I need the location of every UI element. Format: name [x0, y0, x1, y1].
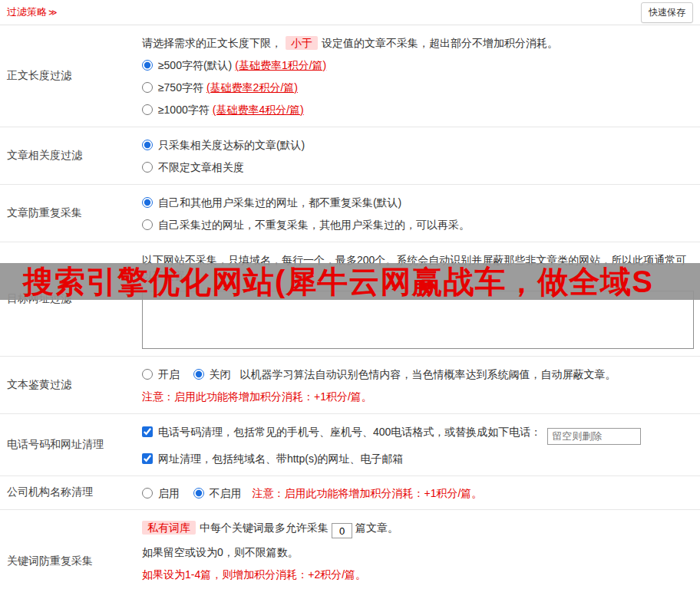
filter-strategy-title[interactable]: 过滤策略≫ — [7, 5, 58, 19]
section-label: 公司机构名称清理 — [0, 476, 136, 509]
section-content: 只采集相关度达标的文章(默认) 不限定文章相关度 — [136, 127, 700, 184]
option-label: 自己和其他用户采集过的网址，都不重复采集(默认) — [158, 196, 401, 209]
section-company-name-cleanup: 公司机构名称清理 启用 不启用 注意：启用此功能将增加积分消耗：+1积分/篇。 — [0, 476, 700, 510]
page-title: 过滤策略 — [7, 6, 47, 18]
company-cost-note: 注意：启用此功能将增加积分消耗：+1积分/篇。 — [252, 487, 482, 499]
section-dedup-collection: 文章防重复采集 自己和其他用户采集过的网址，都不重复采集(默认) 自己采集过的网… — [0, 185, 700, 242]
watermark-overlay: 搜索引擎优化网站(犀牛云网赢战车，做全域S — [0, 263, 700, 300]
section-label: 电话号码和网址清理 — [0, 414, 136, 475]
url-cleanup-option[interactable]: 网址清理，包括纯域名、带http(s)的网址、电子邮箱 — [142, 452, 404, 465]
porn-filter-description: 以机器学习算法自动识别色情内容，当色情概率达到系统阈值，自动屏蔽文章。 — [239, 368, 616, 380]
length-intro-text: 请选择需求的正文长度下限，小于设定值的文章不采集，超出部分不增加积分消耗。 — [142, 35, 694, 51]
chevron-double-icon: ≫ — [48, 8, 58, 17]
relevance-option-strict[interactable]: 只采集相关度达标的文章(默认) — [142, 137, 694, 153]
relevance-any-radio[interactable] — [142, 162, 153, 173]
keyword-limit-input[interactable] — [332, 523, 352, 538]
option-label: 网址清理，包括纯域名、带http(s)的网址、电子邮箱 — [158, 452, 404, 465]
porn-off-option[interactable]: 关闭 — [193, 368, 234, 380]
relevance-option-any[interactable]: 不限定文章相关度 — [142, 160, 694, 176]
limit-text-mid: 中每个关键词最多允许采集 — [200, 522, 329, 534]
dedup-option-global[interactable]: 自己和其他用户采集过的网址，都不重复采集(默认) — [142, 195, 694, 211]
section-porn-filter: 文本鉴黄过滤 开启 关闭 以机器学习算法自动识别色情内容，当色情概率达到系统阈值… — [0, 357, 700, 414]
intro-pre-text: 请选择需求的正文长度下限， — [142, 37, 282, 49]
option-label: 不启用 — [210, 487, 242, 499]
intro-post-text: 设定值的文章不采集，超出部分不增加积分消耗。 — [322, 37, 558, 49]
section-label: 正文长度过滤 — [0, 25, 136, 127]
dedup-global-radio[interactable] — [142, 197, 153, 208]
url-cleanup-line: 网址清理，包括纯域名、带http(s)的网址、电子邮箱 — [142, 451, 694, 467]
company-enable-option[interactable]: 启用 — [142, 487, 183, 499]
section-label: 文章防重复采集 — [0, 185, 136, 242]
section-relevance-filter: 文章相关度过滤 只采集相关度达标的文章(默认) 不限定文章相关度 — [0, 127, 700, 185]
porn-on-radio[interactable] — [142, 369, 153, 380]
section-body-length-filter: 正文长度过滤 请选择需求的正文长度下限，小于设定值的文章不采集，超出部分不增加积… — [0, 25, 700, 127]
option-label: 开启 — [158, 368, 180, 380]
keyword-limit-line: 私有词库中每个关键词最多允许采集篇文章。 — [142, 520, 694, 539]
porn-filter-controls: 开启 关闭 以机器学习算法自动识别色情内容，当色情概率达到系统阈值，自动屏蔽文章… — [142, 367, 694, 383]
section-label: 文本鉴黄过滤 — [0, 357, 136, 413]
watermark-text: 搜索引擎优化网站(犀牛云网赢战车，做全域S — [23, 263, 653, 300]
topbar: 过滤策略≫ 快速保存 — [0, 0, 700, 25]
dedup-option-self[interactable]: 自己采集过的网址，不重复采集，其他用户采集过的，可以再采。 — [142, 217, 694, 233]
section-phone-url-cleanup: 电话号码和网址清理 电话号码清理，包括常见的手机号、座机号、400电话格式，或替… — [0, 414, 700, 476]
section-content: 自己和其他用户采集过的网址，都不重复采集(默认) 自己采集过的网址，不重复采集，… — [136, 185, 700, 242]
quick-save-button[interactable]: 快速保存 — [641, 2, 693, 23]
length-option-500[interactable]: ≥500字符(默认)(基础费率1积分/篇) — [142, 58, 694, 74]
length-500-radio[interactable] — [142, 60, 153, 71]
phone-cleanup-line: 电话号码清理，包括常见的手机号、座机号、400电话格式，或替换成如下电话： — [142, 424, 694, 445]
option-label: 只采集相关度达标的文章(默认) — [158, 139, 305, 151]
url-cleanup-checkbox[interactable] — [142, 453, 153, 464]
phone-cleanup-checkbox[interactable] — [142, 426, 153, 437]
option-label: 自己采集过的网址，不重复采集，其他用户采集过的，可以再采。 — [158, 219, 470, 231]
company-enable-radio[interactable] — [142, 488, 153, 499]
section-keyword-dedup: 关键词防重复采集 私有词库中每个关键词最多允许采集篇文章。 如果留空或设为0，则… — [0, 510, 700, 589]
section-content: 私有词库中每个关键词最多允许采集篇文章。 如果留空或设为0，则不限篇数。 如果设… — [136, 510, 700, 589]
section-content: 请选择需求的正文长度下限，小于设定值的文章不采集，超出部分不增加积分消耗。 ≥5… — [136, 25, 700, 127]
length-750-radio[interactable] — [142, 82, 153, 93]
porn-cost-note: 注意：启用此功能将增加积分消耗：+1积分/篇。 — [142, 389, 694, 405]
porn-off-radio[interactable] — [193, 369, 204, 380]
company-cleanup-controls: 启用 不启用 注意：启用此功能将增加积分消耗：+1积分/篇。 — [142, 485, 694, 502]
keyword-note-zero: 如果留空或设为0，则不限篇数。 — [142, 545, 694, 561]
fee-note: (基础费率1积分/篇) — [235, 59, 326, 71]
option-label: ≥750字符 — [158, 81, 203, 94]
option-label: 电话号码清理，包括常见的手机号、座机号、400电话格式，或替换成如下电话： — [158, 426, 541, 438]
phone-cleanup-option[interactable]: 电话号码清理，包括常见的手机号、座机号、400电话格式，或替换成如下电话： — [142, 426, 544, 438]
replacement-phone-input[interactable] — [547, 428, 641, 445]
company-disable-radio[interactable] — [193, 488, 204, 499]
dedup-self-radio[interactable] — [142, 219, 153, 230]
option-label: ≥1000字符 — [158, 104, 210, 116]
section-content: 开启 关闭 以机器学习算法自动识别色情内容，当色情概率达到系统阈值，自动屏蔽文章… — [136, 357, 700, 413]
section-content: 启用 不启用 注意：启用此功能将增加积分消耗：+1积分/篇。 — [136, 476, 700, 509]
limit-text-end: 篇文章。 — [355, 522, 398, 534]
length-1000-radio[interactable] — [142, 104, 153, 115]
relevance-strict-radio[interactable] — [142, 140, 153, 150]
fee-note: (基础费率4积分/篇) — [213, 104, 304, 116]
less-than-highlight: 小于 — [286, 36, 318, 50]
section-label: 关键词防重复采集 — [0, 510, 136, 589]
length-option-1000[interactable]: ≥1000字符(基础费率4积分/篇) — [142, 102, 694, 118]
section-target-url-filter: 目标网址过滤 以下网站不采集，只填域名，每行一个，最多200个。系统会自动识别并… — [0, 242, 700, 357]
length-option-750[interactable]: ≥750字符(基础费率2积分/篇) — [142, 80, 694, 96]
option-label: 关闭 — [210, 368, 231, 380]
section-label: 文章相关度过滤 — [0, 127, 136, 184]
company-disable-option[interactable]: 不启用 — [193, 487, 245, 499]
section-content: 电话号码清理，包括常见的手机号、座机号、400电话格式，或替换成如下电话： 网址… — [136, 414, 700, 475]
option-label: 不限定文章相关度 — [158, 161, 244, 173]
fee-note: (基础费率2积分/篇) — [206, 81, 298, 94]
option-label: 启用 — [158, 487, 180, 499]
option-label: ≥500字符(默认) — [158, 59, 232, 71]
porn-on-option[interactable]: 开启 — [142, 368, 183, 380]
private-lexicon-highlight[interactable]: 私有词库 — [142, 521, 196, 535]
keyword-note-cost: 如果设为1-4篇，则增加积分消耗：+2积分/篇。 — [142, 567, 694, 583]
